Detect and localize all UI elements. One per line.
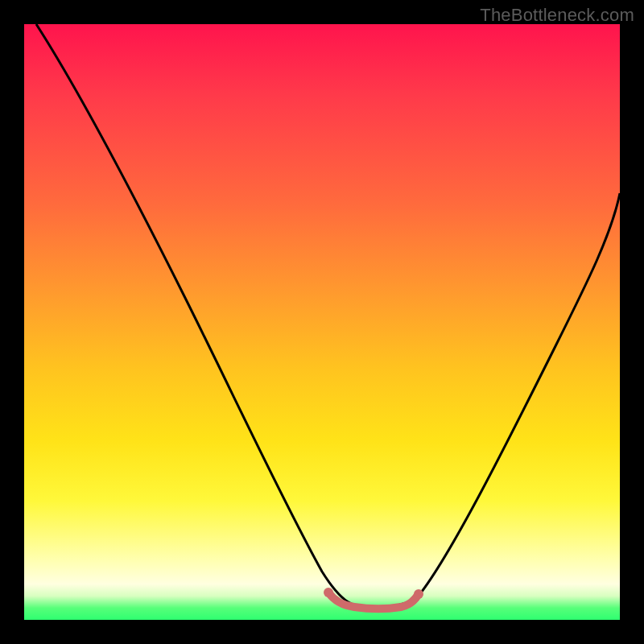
- flat-segment: [328, 592, 419, 609]
- curve-layer: [24, 24, 620, 620]
- plot-area: [24, 24, 620, 620]
- watermark-text: TheBottleneck.com: [480, 5, 634, 26]
- chart-frame: TheBottleneck.com: [0, 0, 644, 644]
- flat-segment-dot-left: [324, 588, 333, 597]
- flat-segment-dot-right: [414, 589, 423, 599]
- bottleneck-curve: [36, 24, 620, 608]
